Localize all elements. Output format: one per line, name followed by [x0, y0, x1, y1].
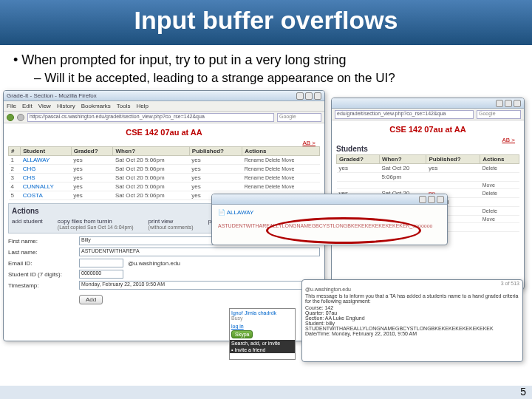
action-print[interactable]: print view(without comments)	[149, 218, 194, 230]
sid-field[interactable]: 0000000	[79, 270, 123, 279]
menu-edit[interactable]: Edit	[22, 103, 33, 109]
timestamp-label: Timestamp:	[8, 282, 75, 289]
url-field[interactable]: edu/gradeit/section_view.php?co_rse=142&…	[335, 110, 474, 119]
search-field[interactable]: Google	[277, 113, 321, 122]
action-copy-files[interactable]: copy files from turnin(Last copied Sun O…	[58, 218, 134, 230]
add-student-form: First name:Billy Last name:ASTUDENTWITHA…	[8, 236, 320, 304]
table-row: 1ALLAWAYyesSat Oct 20 5:06pmyesRename De…	[9, 156, 320, 165]
email-suffix: @u.washington.edu	[128, 260, 180, 267]
menu-view[interactable]: View	[38, 103, 51, 109]
col-actions: Actions	[242, 147, 320, 156]
col-published: Published?	[189, 147, 242, 156]
chat-link[interactable]: log in	[231, 324, 293, 329]
window-controls[interactable]	[496, 100, 521, 107]
menu-file[interactable]: File	[7, 103, 16, 109]
chat-status: Busy	[231, 316, 293, 321]
page-heading: CSE 142 07au at AA	[8, 128, 320, 137]
chat-send-button[interactable]: Skypa	[231, 330, 253, 338]
overflow-student-name: 📄 ALLAWAY	[218, 209, 441, 216]
email-field[interactable]	[79, 259, 123, 267]
email-count: 3 of 513	[302, 280, 522, 287]
email-window: 3 of 513 @u.washington.edu This message …	[301, 279, 523, 362]
last-name-field[interactable]: ASTUDENTWITHAREFA	[79, 248, 320, 256]
chat-invite[interactable]: • Invite a friend	[230, 347, 295, 353]
breadcrumb[interactable]: AB >	[8, 140, 320, 146]
overflow-long-value: ASTUDENTWITHAREALLYLONGNAMEGBCYSTLONGBKE…	[218, 223, 441, 228]
chat-line: Ignoř Jimla chadrdk	[231, 310, 293, 316]
firefox-menubar[interactable]: File Edit View History Bookmarks Tools H…	[4, 101, 324, 112]
window-title: Grade-It - Section - Mozilla Firefox	[7, 92, 97, 99]
overflow-detail-window: 📄 ALLAWAY ASTUDENTWITHAREALLYLONGNAMEGBC…	[211, 194, 448, 245]
action-add-student[interactable]: add student	[12, 218, 43, 225]
add-button[interactable]: Add	[79, 295, 103, 304]
bullet-list: • When prompted for input, try to put in…	[0, 45, 532, 90]
firefox-addressbar: https://pascal.cs.washington.edu/gradeit…	[4, 112, 324, 123]
last-name-label: Last name:	[8, 249, 75, 256]
overflow-titlebar	[212, 194, 447, 205]
col-graded: Graded?	[71, 147, 113, 156]
timestamp-field[interactable]: Monday, February 22, 2010 9:50 AM	[79, 281, 320, 290]
col-student: Student	[21, 147, 71, 156]
email-fields: Course: 142 Quarter: 07au Section: AA Lu…	[302, 305, 522, 336]
slide-number: 5	[520, 386, 526, 398]
chat-window: Ignoř Jimla chadrdk Busy log in Skypa Se…	[229, 308, 296, 360]
search-field[interactable]: Google	[477, 110, 521, 119]
table-row: yesSat Oct 20yesDelete	[337, 164, 519, 173]
menu-bookmarks[interactable]: Bookmarks	[81, 103, 111, 109]
students-table: # Student Graded? When? Published? Actio…	[8, 146, 320, 200]
slide-title: Input buffer overflows	[0, 0, 532, 45]
menu-tools[interactable]: Tools	[117, 103, 131, 109]
breadcrumb[interactable]: AB >	[336, 137, 519, 143]
chat-searchbar[interactable]: Search, add, or invite	[230, 340, 295, 347]
table-row: 2CHGyesSat Oct 20 5:06pmyesRename Delete…	[9, 165, 320, 174]
menu-history[interactable]: History	[57, 103, 75, 109]
table-row: Move	[337, 182, 519, 189]
email-to: @u.washington.edu	[302, 287, 522, 292]
window-controls[interactable]	[296, 92, 321, 100]
col-num: #	[9, 147, 21, 156]
second-titlebar	[332, 98, 524, 109]
col-when: When?	[113, 147, 189, 156]
back-button[interactable]	[7, 114, 14, 121]
menu-help[interactable]: Help	[136, 103, 148, 109]
email-body: This message is to inform you that a TA …	[302, 292, 522, 305]
table-row: 4CUNNALLYyesSat Oct 20 5:06pmyesRename D…	[9, 183, 320, 191]
sid-label: Student ID (7 digits):	[8, 271, 75, 278]
table-row: 5:06pm	[337, 173, 519, 182]
students-heading: Students	[336, 145, 519, 153]
screenshot-collage: Grade-It - Section - Mozilla Firefox Fil…	[0, 90, 532, 364]
url-field[interactable]: https://pascal.cs.washington.edu/gradeit…	[27, 113, 274, 122]
bullet-1: • When prompted for input, try to put in…	[13, 52, 519, 68]
first-name-label: First name:	[8, 238, 75, 245]
slide-footer	[0, 386, 532, 399]
second-addressbar: edu/gradeit/section_view.php?co_rse=142&…	[332, 109, 524, 120]
table-row: 3CHSyesSat Oct 20 5:06pmyesRename Delete…	[9, 174, 320, 183]
firefox-titlebar: Grade-It - Section - Mozilla Firefox	[4, 91, 324, 101]
bullet-2: – Will it be accepted, leading to a stra…	[34, 71, 519, 86]
forward-button[interactable]	[17, 114, 24, 121]
page-heading: CSE 142 07au at AA	[336, 125, 519, 134]
email-label: Email ID:	[8, 260, 75, 267]
